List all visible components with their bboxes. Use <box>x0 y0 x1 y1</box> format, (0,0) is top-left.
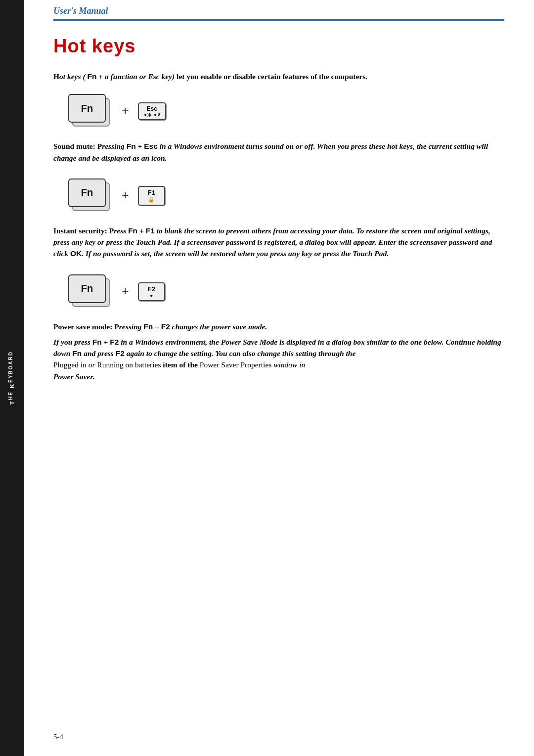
fn-key-wrapper-2: Fn <box>68 178 113 213</box>
plus-2: + <box>122 188 129 203</box>
sidebar-label: THE KEYBOARD <box>8 351 16 405</box>
power-save-body1: If you press Fn + F2 in a Windows enviro… <box>53 336 504 359</box>
power-save-body2: Plugged in or Running on batteries item … <box>53 359 504 382</box>
power-save-heading: Power save mode: Pressing Fn + F2 change… <box>53 321 504 332</box>
fn-key-wrapper-1: Fn <box>68 94 113 129</box>
f2-key: F2 ● <box>138 282 165 301</box>
plus-3: + <box>122 284 129 299</box>
f1-key: F1 🔒 <box>138 186 165 206</box>
esc-key: Esc ◄))/ ◄✗ <box>138 102 166 120</box>
intro-text: Hot keys ( Fn + a function or Esc key) l… <box>53 71 504 82</box>
plus-1: + <box>122 104 129 119</box>
power-save-section: Power save mode: Pressing Fn + F2 change… <box>53 321 504 382</box>
instant-security-section: Instant security: Press Fn + F1 to blank… <box>53 225 504 260</box>
fn-key-3: Fn <box>68 274 106 303</box>
header: User's Manual <box>53 0 504 21</box>
sound-mute-section: Sound mute: Pressing Fn + Esc in a Windo… <box>53 140 504 164</box>
main-content: User's Manual Hot keys Hot keys ( Fn + a… <box>24 0 534 756</box>
key-diagram-2: Fn + F1 🔒 <box>68 178 504 213</box>
key-diagram-3: Fn + F2 ● <box>68 274 504 309</box>
page-number: 5-4 <box>53 733 63 741</box>
sound-mute-heading: Sound mute: Pressing Fn + Esc in a Windo… <box>53 140 504 164</box>
fn-key: Fn <box>68 94 106 123</box>
page-title: Hot keys <box>53 36 504 57</box>
instant-security-heading: Instant security: Press Fn + F1 to blank… <box>53 225 504 260</box>
sidebar: THE KEYBOARD <box>0 0 24 756</box>
key-diagram-1: Fn + Esc ◄))/ ◄✗ <box>68 94 504 129</box>
fn-key-2: Fn <box>68 178 106 207</box>
header-title: User's Manual <box>53 6 108 16</box>
fn-key-wrapper-3: Fn <box>68 274 113 309</box>
intro-bold: Hot keys ( Fn + a function or Esc key) l… <box>53 72 367 81</box>
